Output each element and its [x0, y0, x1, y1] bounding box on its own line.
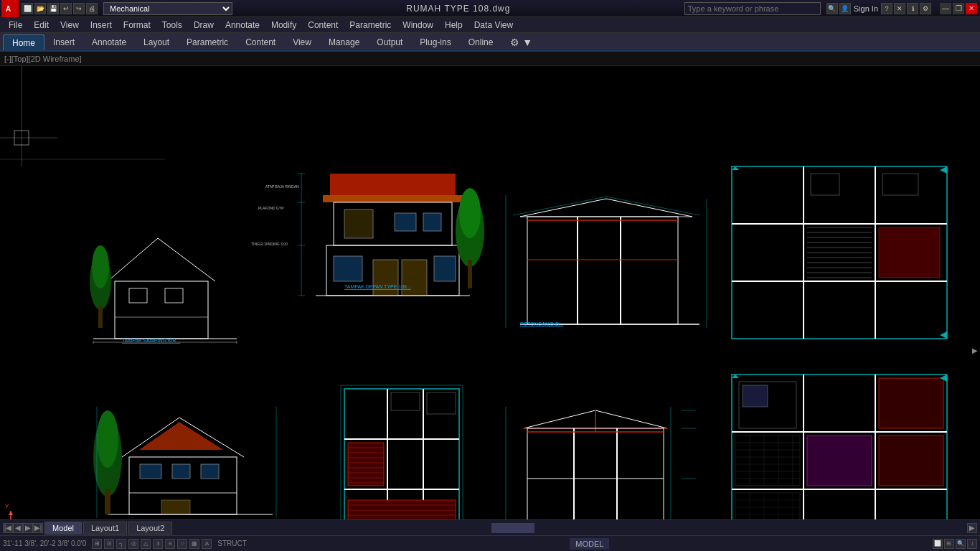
nav-next-button[interactable]: ▶: [23, 523, 33, 533]
new-icon[interactable]: ⬜: [22, 3, 33, 14]
open-icon[interactable]: 📂: [34, 3, 46, 14]
window-size-controls: — ❐ ✕: [940, 3, 977, 14]
lineweight-icon[interactable]: ≡: [165, 539, 175, 549]
workspace-selector[interactable]: Mechanical: [103, 2, 232, 15]
tab-plugins[interactable]: Plug-ins: [411, 34, 459, 50]
nav-first-button[interactable]: |◀: [3, 523, 13, 533]
svg-point-32: [459, 188, 481, 238]
3d-icon[interactable]: 3: [153, 539, 163, 549]
redo-icon[interactable]: ↪: [73, 3, 85, 14]
search-input[interactable]: [684, 2, 821, 15]
viewport1-icon[interactable]: ⬜: [933, 539, 943, 549]
tab-model[interactable]: Model: [44, 522, 82, 534]
transparency-icon[interactable]: ○: [177, 539, 187, 549]
tab-content[interactable]: Content: [237, 34, 284, 50]
menu-file[interactable]: File: [3, 19, 28, 32]
tab-view[interactable]: View: [284, 34, 320, 50]
svg-rect-33: [468, 260, 472, 288]
anno-scale-icon[interactable]: ↕: [967, 539, 977, 549]
menu-view[interactable]: View: [55, 19, 85, 32]
svg-rect-78: [201, 464, 219, 479]
coordinates: 31'-11 3/8', 20'-2 3/8' 0.0'0: [3, 540, 86, 547]
window-controls: ? ✕ ℹ ⚙: [881, 3, 931, 14]
svg-rect-93: [348, 443, 384, 486]
menu-tools[interactable]: Tools: [156, 19, 188, 32]
info-icons: 🔍 👤: [826, 3, 851, 14]
tab-output[interactable]: Output: [368, 34, 411, 50]
tab-layout1[interactable]: Layout1: [83, 522, 127, 534]
menu-draw[interactable]: Draw: [188, 19, 220, 32]
menu-parametric[interactable]: Parametric: [344, 19, 397, 32]
menu-window[interactable]: Window: [397, 19, 439, 32]
polar-icon[interactable]: ◎: [128, 539, 138, 549]
svg-rect-77: [172, 464, 190, 479]
menu-edit[interactable]: Edit: [28, 19, 55, 32]
drawing-area[interactable]: TAMPAK SAMPING KIR...: [0, 66, 980, 519]
menu-insert[interactable]: Insert: [85, 19, 118, 32]
annotate-icon[interactable]: A: [202, 539, 212, 549]
layout-tabs: |◀ ◀ ▶ ▶| Model Layout1 Layout2 ▶: [0, 519, 980, 535]
nav-last-button[interactable]: ▶|: [33, 523, 43, 533]
tab-layout2[interactable]: Layout2: [128, 522, 172, 534]
help-icon[interactable]: ?: [881, 3, 892, 14]
minimize-button[interactable]: —: [940, 3, 951, 14]
svg-rect-80: [161, 500, 190, 514]
maximize-button[interactable]: ❐: [953, 3, 964, 14]
share-icon[interactable]: 👤: [839, 3, 851, 14]
svg-rect-22: [344, 209, 373, 238]
sign-in-button[interactable]: Sign In: [854, 4, 878, 13]
grid-icon[interactable]: ⊡: [104, 539, 114, 549]
tab-annotate[interactable]: Annotate: [83, 34, 135, 50]
close-x-icon[interactable]: ✕: [894, 3, 905, 14]
menu-modify[interactable]: Modify: [265, 19, 302, 32]
svg-rect-84: [105, 489, 110, 514]
viewport2-icon[interactable]: ⊞: [944, 539, 954, 549]
info2-icon[interactable]: ℹ: [907, 3, 918, 14]
svg-text:▶: ▶: [972, 347, 978, 354]
nav-prev-button[interactable]: ◀: [13, 523, 23, 533]
svg-point-13: [92, 245, 109, 288]
tab-insert[interactable]: Insert: [44, 34, 83, 50]
scrollbar-thumb[interactable]: [491, 523, 534, 533]
tab-settings[interactable]: ⚙ ▼: [501, 34, 541, 50]
menu-help[interactable]: Help: [439, 19, 468, 32]
svg-text:TAMPAK DEPAN TYPE 108...: TAMPAK DEPAN TYPE 108...: [344, 284, 411, 289]
status-bar: 31'-11 3/8', 20'-2 3/8' 0.0'0 ⊞ ⊡ ┐ ◎ △ …: [0, 535, 980, 551]
tab-online[interactable]: Online: [460, 34, 502, 50]
view-header: [-][Top][2D Wireframe]: [0, 52, 980, 66]
menu-dataview[interactable]: Data View: [468, 19, 519, 32]
tab-home[interactable]: Home: [3, 34, 44, 50]
svg-rect-133: [879, 435, 943, 486]
svg-rect-26: [373, 260, 398, 296]
snap-icon[interactable]: ⊞: [92, 539, 102, 549]
tab-layout[interactable]: Layout: [135, 34, 178, 50]
title-bar: A ⬜ 📂 💾 ↩ ↪ 🖨 Mechanical RUMAH TYPE 108.…: [0, 0, 980, 17]
svg-rect-19: [330, 174, 456, 195]
svg-text:TAMPAK SAMPING KIR...: TAMPAK SAMPING KIR...: [122, 338, 180, 343]
svg-rect-29: [434, 256, 456, 281]
menu-format[interactable]: Format: [118, 19, 156, 32]
horizontal-scrollbar[interactable]: [176, 523, 963, 533]
menu-bar: File Edit View Insert Format Tools Draw …: [0, 17, 980, 33]
cad-drawing: TAMPAK SAMPING KIR...: [0, 66, 980, 519]
ortho-icon[interactable]: ┐: [116, 539, 126, 549]
zoom-icon[interactable]: 🔍: [956, 539, 966, 549]
svg-rect-27: [402, 260, 427, 296]
menu-content[interactable]: Content: [302, 19, 344, 32]
scroll-right-button[interactable]: ▶: [967, 523, 977, 533]
save-icon[interactable]: 💾: [47, 3, 59, 14]
osnap-icon[interactable]: △: [141, 539, 151, 549]
selection-icon[interactable]: ▦: [189, 539, 199, 549]
struct-label: STRUCT: [217, 540, 247, 547]
svg-text:A: A: [6, 5, 11, 13]
tab-parametric[interactable]: Parametric: [178, 34, 237, 50]
plot-icon[interactable]: 🖨: [86, 3, 98, 14]
close-button[interactable]: ✕: [966, 3, 977, 14]
menu-annotate[interactable]: Annotate: [220, 19, 265, 32]
search-icon2[interactable]: 🔍: [826, 3, 838, 14]
tab-manage[interactable]: Manage: [320, 34, 368, 50]
undo-icon[interactable]: ↩: [60, 3, 72, 14]
svg-text:ATAP BAJA RINGAN: ATAP BAJA RINGAN: [265, 184, 299, 189]
svg-rect-131: [743, 385, 768, 407]
settings-icon[interactable]: ⚙: [920, 3, 931, 14]
